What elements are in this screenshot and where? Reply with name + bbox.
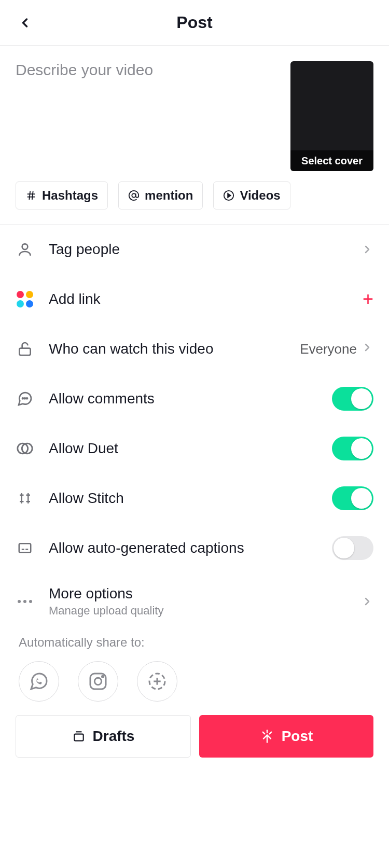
mention-chip-label: mention — [145, 188, 193, 203]
hashtags-chip-label: Hashtags — [42, 188, 98, 203]
videos-chip[interactable]: Videos — [213, 181, 290, 209]
page-title: Post — [176, 13, 212, 32]
allow-comments-label: Allow comments — [49, 390, 317, 407]
svg-point-19 — [29, 600, 32, 603]
post-button[interactable]: Post — [199, 715, 373, 758]
allow-captions-row: Allow auto-generated captions — [16, 523, 373, 573]
svg-point-17 — [18, 600, 21, 603]
tag-people-label: Tag people — [49, 241, 346, 258]
allow-captions-label: Allow auto-generated captions — [49, 540, 317, 556]
share-label: Automatically share to: — [19, 635, 370, 650]
caption-input[interactable] — [16, 61, 280, 165]
bottom-bar: Drafts Post — [0, 702, 389, 773]
at-icon — [128, 190, 140, 201]
duet-icon — [16, 439, 34, 458]
more-icon — [16, 592, 34, 611]
captions-icon — [16, 539, 34, 557]
cover-thumbnail[interactable]: Select cover — [290, 61, 373, 171]
svg-point-4 — [132, 193, 135, 197]
drafts-button[interactable]: Drafts — [16, 715, 191, 758]
hash-icon — [25, 190, 37, 201]
lock-open-icon — [16, 340, 34, 358]
allow-comments-toggle[interactable] — [332, 387, 373, 411]
allow-comments-row: Allow comments — [16, 374, 373, 424]
share-whatsapp[interactable] — [19, 661, 59, 702]
allow-duet-label: Allow Duet — [49, 440, 317, 457]
share-instagram[interactable] — [78, 661, 118, 702]
compose-area: Select cover — [0, 46, 389, 171]
svg-point-22 — [102, 676, 104, 677]
chevron-left-icon — [18, 16, 32, 30]
stitch-icon — [16, 489, 34, 508]
allow-duet-row: Allow Duet — [16, 424, 373, 473]
svg-point-18 — [23, 600, 26, 603]
videos-chip-label: Videos — [240, 188, 280, 203]
svg-point-10 — [24, 398, 25, 399]
svg-rect-8 — [19, 348, 30, 355]
svg-rect-26 — [74, 734, 83, 741]
allow-captions-toggle[interactable] — [332, 536, 373, 560]
svg-point-21 — [94, 678, 101, 684]
hashtags-chip[interactable]: Hashtags — [16, 181, 108, 209]
tag-people-row[interactable]: Tag people — [16, 225, 373, 274]
add-story-icon — [147, 671, 168, 692]
instagram-icon — [88, 671, 108, 692]
svg-line-30 — [269, 732, 271, 734]
privacy-label: Who can watch this video — [49, 341, 285, 357]
share-more[interactable] — [137, 661, 177, 702]
svg-point-11 — [26, 398, 27, 399]
sparkle-icon — [260, 729, 274, 744]
more-options-sub: Manage upload quality — [49, 604, 346, 618]
header: Post — [0, 0, 389, 46]
share-section: Automatically share to: — [0, 630, 389, 702]
svg-point-7 — [22, 244, 28, 249]
svg-point-9 — [22, 398, 23, 399]
allow-stitch-row: Allow Stitch — [16, 473, 373, 523]
chevron-right-icon — [361, 341, 373, 357]
whatsapp-icon — [29, 671, 49, 692]
add-link-label: Add link — [49, 291, 348, 307]
four-dots-icon — [16, 290, 34, 309]
allow-stitch-toggle[interactable] — [332, 486, 373, 510]
post-button-label: Post — [282, 728, 313, 745]
svg-rect-14 — [19, 543, 31, 553]
svg-line-29 — [262, 732, 265, 734]
more-options-row[interactable]: More options Manage upload quality — [16, 573, 373, 630]
person-icon — [16, 240, 34, 259]
add-link-row[interactable]: Add link + — [16, 274, 373, 324]
mention-chip[interactable]: mention — [118, 181, 203, 209]
chevron-right-icon — [361, 595, 373, 608]
svg-line-3 — [32, 191, 33, 200]
drafts-button-label: Drafts — [93, 728, 135, 745]
privacy-row[interactable]: Who can watch this video Everyone — [16, 324, 373, 374]
allow-stitch-label: Allow Stitch — [49, 490, 317, 507]
allow-duet-toggle[interactable] — [332, 437, 373, 460]
privacy-value: Everyone — [300, 341, 357, 357]
chip-row: Hashtags mention Videos — [0, 171, 389, 224]
svg-marker-6 — [228, 193, 231, 197]
select-cover-label: Select cover — [290, 150, 373, 171]
more-options-label: More options — [49, 585, 346, 602]
chevron-right-icon — [361, 243, 373, 256]
svg-line-2 — [29, 191, 30, 200]
play-circle-icon — [223, 190, 234, 201]
back-button[interactable] — [15, 12, 35, 33]
comment-icon — [16, 389, 34, 408]
plus-icon: + — [363, 288, 373, 310]
drafts-icon — [72, 730, 86, 743]
